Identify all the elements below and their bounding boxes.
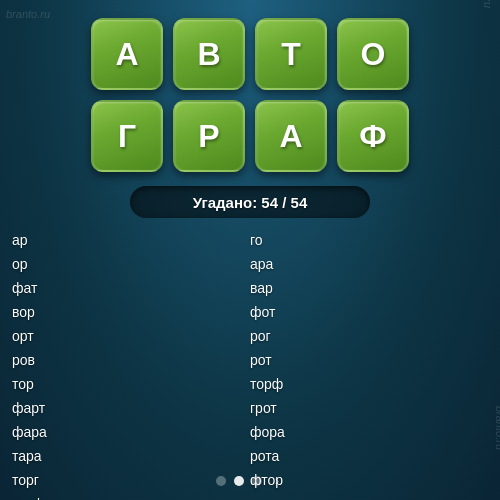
list-item: ор: [12, 254, 250, 275]
tile-Г[interactable]: Г: [91, 100, 163, 172]
list-item: орт: [12, 326, 250, 347]
list-item: рота: [250, 446, 488, 467]
list-item: фот: [250, 302, 488, 323]
list-item: фарт: [12, 398, 250, 419]
tile-В[interactable]: В: [173, 18, 245, 90]
tile-row-2: Г Р А Ф: [91, 100, 409, 172]
list-item: вар: [250, 278, 488, 299]
pagination-next-arrow[interactable]: ›: [270, 474, 284, 488]
pagination: ›: [216, 474, 284, 488]
list-item: тара: [12, 446, 250, 467]
list-item: го: [250, 230, 488, 251]
words-col-right: го ара вар фот рог рот торф грот фора ро…: [250, 230, 488, 500]
tile-А-1[interactable]: А: [91, 18, 163, 90]
words-col-left: ар ор фат вор орт ров тор фарт фара тара…: [12, 230, 250, 500]
tile-А-2[interactable]: А: [255, 100, 327, 172]
tile-row-1: А В Т О: [91, 18, 409, 90]
list-item: ар: [12, 230, 250, 251]
list-item: тор: [12, 374, 250, 395]
list-item: арго: [250, 494, 488, 500]
list-item: ара: [250, 254, 488, 275]
pagination-dot-3[interactable]: [252, 476, 262, 486]
list-item: грот: [250, 398, 488, 419]
tiles-section: А В Т О Г Р А Ф: [0, 0, 500, 172]
score-bar: Угадано: 54 / 54: [130, 186, 370, 218]
list-item: торг: [12, 470, 250, 491]
list-item: ров: [12, 350, 250, 371]
list-item: фора: [250, 422, 488, 443]
list-item: фтор: [250, 470, 488, 491]
pagination-dot-1[interactable]: [216, 476, 226, 486]
list-item: рот: [250, 350, 488, 371]
list-item: торф: [250, 374, 488, 395]
tile-Р[interactable]: Р: [173, 100, 245, 172]
tile-Ф[interactable]: Ф: [337, 100, 409, 172]
tile-Т[interactable]: Т: [255, 18, 327, 90]
pagination-dot-2[interactable]: [234, 476, 244, 486]
list-item: граф: [12, 494, 250, 500]
list-item: вор: [12, 302, 250, 323]
list-item: фара: [12, 422, 250, 443]
tile-О[interactable]: О: [337, 18, 409, 90]
words-section: ар ор фат вор орт ров тор фарт фара тара…: [0, 230, 500, 500]
list-item: фат: [12, 278, 250, 299]
list-item: рог: [250, 326, 488, 347]
score-text: Угадано: 54 / 54: [193, 194, 307, 211]
